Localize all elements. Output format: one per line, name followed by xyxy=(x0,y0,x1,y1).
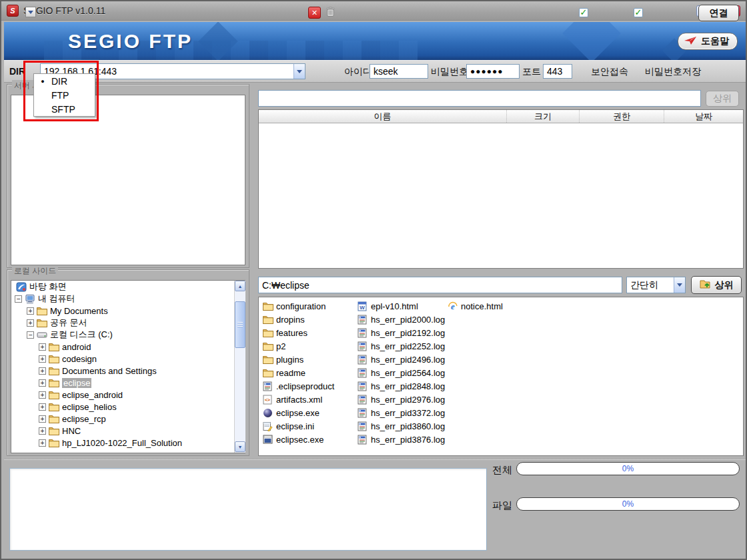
file-item[interactable]: Wepl-v10.html xyxy=(357,299,445,313)
tree-item[interactable]: −내 컴퓨터 xyxy=(11,293,245,305)
folder-icon xyxy=(263,301,276,311)
file-name: hs_err_pid2976.log xyxy=(371,395,445,405)
tree-item[interactable]: +android xyxy=(11,341,245,353)
expand-icon[interactable]: + xyxy=(39,379,46,387)
expand-icon[interactable]: + xyxy=(39,343,46,351)
file-item[interactable]: eclipsec.exe xyxy=(263,433,334,446)
file-item[interactable]: hs_err_pid2496.log xyxy=(357,353,445,366)
file-item[interactable]: <>artifacts.xml xyxy=(263,393,334,406)
file-item[interactable]: p2 xyxy=(263,339,334,353)
file-item[interactable]: hs_err_pid2848.log xyxy=(357,379,445,393)
tree-item[interactable]: +eclipse xyxy=(11,377,245,389)
expand-icon[interactable]: + xyxy=(39,427,46,435)
server-file-list[interactable]: 이름크기권한날짜 xyxy=(258,109,744,269)
protocol-dropdown-button[interactable] xyxy=(25,7,36,17)
file-item[interactable]: enotice.html xyxy=(448,299,503,313)
file-name: hs_err_pid2192.log xyxy=(371,328,445,338)
file-item[interactable]: eclipse.exe xyxy=(263,406,334,419)
file-item[interactable]: hs_err_pid3876.log xyxy=(357,433,445,446)
scroll-up-button[interactable]: ▲ xyxy=(235,281,245,291)
connect-button[interactable]: 연결 xyxy=(698,5,739,21)
file-item[interactable]: eclipse.ini xyxy=(263,419,334,433)
file-item[interactable]: .eclipseproduct xyxy=(263,379,334,393)
protocol-menu-item[interactable]: ●DIR xyxy=(34,74,95,88)
protocol-menu-item[interactable]: FTP xyxy=(34,88,95,102)
tree-item[interactable]: +codesign xyxy=(11,353,245,365)
file-item[interactable]: features xyxy=(263,326,334,339)
expand-icon[interactable]: + xyxy=(39,439,46,447)
app-logo: SEGIO FTP xyxy=(68,30,193,53)
paper-plane-icon xyxy=(684,36,697,47)
save-password-checkbox[interactable]: ✓ xyxy=(634,8,643,17)
collapse-icon[interactable]: − xyxy=(15,295,22,303)
tree-item[interactable]: +eclipse_rcp xyxy=(11,413,245,425)
expand-icon[interactable]: + xyxy=(39,355,46,363)
file-item[interactable]: readme xyxy=(263,366,334,379)
server-path-input[interactable] xyxy=(258,90,701,107)
tree-item[interactable]: +My Documents xyxy=(11,305,245,317)
log-icon xyxy=(263,381,276,391)
local-up-button[interactable]: 상위 xyxy=(691,276,742,294)
total-progress-label: 전체 xyxy=(492,464,512,477)
file-item[interactable]: hs_err_pid3860.log xyxy=(357,419,445,433)
id-input[interactable] xyxy=(369,64,428,79)
trash-icon[interactable] xyxy=(325,6,335,21)
file-item[interactable]: hs_err_pid2000.log xyxy=(357,313,445,326)
log-icon xyxy=(357,381,371,391)
folder-icon xyxy=(37,306,47,315)
banner-decor xyxy=(562,22,621,60)
server-tree-panel[interactable] xyxy=(11,95,245,265)
local-path-input[interactable] xyxy=(258,277,622,293)
expand-icon[interactable]: + xyxy=(39,403,46,411)
header-banner: SEGIO FTP 도움말 xyxy=(4,22,746,60)
file-item[interactable]: hs_err_pid2976.log xyxy=(357,393,445,406)
tree-scrollbar[interactable]: ▲ ▼ xyxy=(234,281,245,453)
collapse-icon[interactable]: − xyxy=(27,331,34,339)
secure-checkbox[interactable]: ✓ xyxy=(579,8,588,17)
delete-address-button[interactable]: ✕ xyxy=(308,7,321,19)
expand-icon[interactable]: + xyxy=(39,391,46,399)
file-item[interactable]: hs_err_pid2192.log xyxy=(357,326,445,339)
tree-item[interactable]: 바탕 화면 xyxy=(11,281,245,293)
help-button[interactable]: 도움말 xyxy=(678,33,738,50)
view-mode-dropdown-button[interactable] xyxy=(674,277,685,293)
tree-item[interactable]: +eclipse_helios xyxy=(11,401,245,413)
tree-item[interactable]: +공유 문서 xyxy=(11,317,245,329)
scrollbar-thumb[interactable] xyxy=(235,301,245,348)
column-header[interactable]: 날짜 xyxy=(664,110,743,123)
local-file-list[interactable]: configurationdropinsfeaturesp2pluginsrea… xyxy=(258,297,744,456)
address-dropdown-button[interactable] xyxy=(293,64,305,79)
port-input[interactable] xyxy=(543,64,572,79)
scroll-down-button[interactable]: ▼ xyxy=(235,441,245,452)
log-icon xyxy=(357,435,371,445)
svg-text:W: W xyxy=(359,305,365,311)
file-item[interactable]: configuration xyxy=(263,299,334,313)
transfer-log[interactable] xyxy=(9,468,487,551)
file-name: hs_err_pid3372.log xyxy=(371,408,445,418)
expand-icon[interactable]: + xyxy=(39,415,46,423)
column-header[interactable]: 이름 xyxy=(259,110,506,123)
tree-item[interactable]: −로컬 디스크 (C:) xyxy=(11,329,245,341)
tree-item[interactable]: +HNC xyxy=(11,425,245,437)
log-icon xyxy=(357,341,371,351)
server-up-button[interactable]: 상위 xyxy=(706,91,739,107)
file-item[interactable]: dropins xyxy=(263,313,334,326)
file-item[interactable]: hs_err_pid3372.log xyxy=(357,406,445,419)
tree-item[interactable]: +Documents and Settings xyxy=(11,365,245,377)
tree-item[interactable]: +eclipse_android xyxy=(11,389,245,401)
local-tree-panel[interactable]: 바탕 화면−내 컴퓨터+My Documents+공유 문서−로컬 디스크 (C… xyxy=(11,280,245,453)
column-header[interactable]: 크기 xyxy=(506,110,579,123)
file-item[interactable]: hs_err_pid2252.log xyxy=(357,339,445,353)
protocol-menu-item[interactable]: SFTP xyxy=(34,102,95,116)
expand-icon[interactable]: + xyxy=(39,367,46,375)
view-mode-combobox[interactable]: 간단히 xyxy=(626,277,686,293)
expand-icon[interactable]: + xyxy=(27,307,34,315)
tree-item[interactable]: +hp_LJ1020-1022_Full_Solution xyxy=(11,437,245,449)
folder-icon xyxy=(49,354,59,363)
file-item[interactable]: plugins xyxy=(263,353,334,366)
expand-icon[interactable]: + xyxy=(27,319,34,327)
folder-icon xyxy=(263,355,276,364)
column-header[interactable]: 권한 xyxy=(579,110,664,123)
file-item[interactable]: hs_err_pid2564.log xyxy=(357,366,445,379)
password-input[interactable] xyxy=(466,64,520,79)
